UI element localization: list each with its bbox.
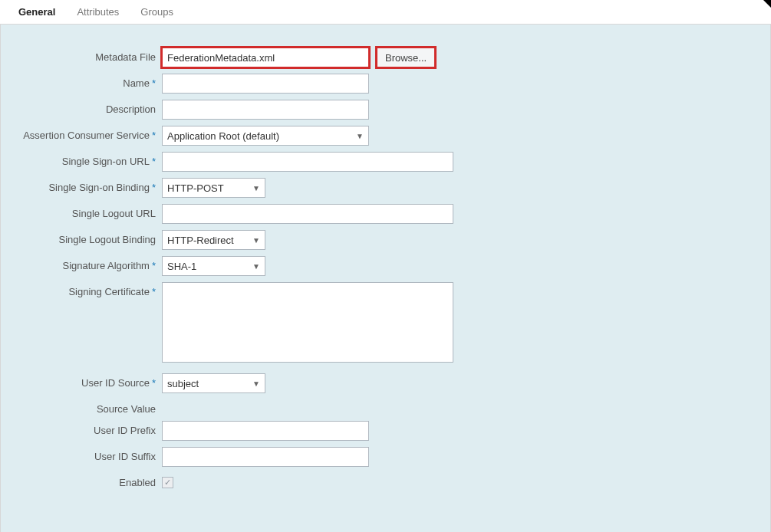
row-sso-url: Single Sign-on URL* — [16, 152, 755, 172]
general-panel: Metadata File Browse... Name* Descriptio… — [0, 25, 771, 532]
sig-alg-value: SHA-1 — [167, 261, 196, 272]
row-acs: Assertion Consumer Service* Application … — [16, 126, 755, 146]
user-id-suffix-input[interactable] — [162, 447, 369, 467]
label-slo-url: Single Logout URL — [16, 204, 162, 219]
row-slo-binding: Single Logout Binding HTTP-Redirect ▼ — [16, 230, 755, 250]
tab-attributes[interactable]: Attributes — [66, 0, 130, 25]
label-sig-alg: Signature Algorithm* — [16, 256, 162, 271]
sso-binding-value: HTTP-POST — [167, 182, 224, 194]
label-sso-url: Single Sign-on URL* — [16, 152, 162, 167]
label-description: Description — [16, 100, 162, 115]
row-user-id-prefix: User ID Prefix — [16, 421, 755, 441]
row-metadata-file: Metadata File Browse... — [16, 48, 755, 67]
name-input[interactable] — [162, 74, 369, 94]
row-source-value: Source Value — [16, 399, 755, 415]
chevron-down-icon: ▼ — [252, 184, 260, 192]
slo-url-input[interactable] — [162, 204, 453, 224]
label-user-id-source: User ID Source* — [16, 373, 162, 389]
row-slo-url: Single Logout URL — [16, 204, 755, 224]
tab-bar: General Attributes Groups — [0, 0, 771, 25]
row-enabled: Enabled ✓ — [16, 473, 755, 488]
acs-select[interactable]: Application Root (default) ▼ — [162, 126, 369, 146]
label-name: Name* — [16, 74, 162, 89]
label-signing-cert: Signing Certificate* — [16, 282, 162, 297]
row-user-id-suffix: User ID Suffix — [16, 447, 755, 467]
row-sso-binding: Single Sign-on Binding* HTTP-POST ▼ — [16, 178, 755, 198]
tab-general[interactable]: General — [8, 0, 66, 25]
chevron-down-icon: ▼ — [252, 262, 260, 271]
description-input[interactable] — [162, 100, 369, 120]
page: General Attributes Groups Metadata File … — [0, 0, 771, 532]
label-sso-binding: Single Sign-on Binding* — [16, 178, 162, 193]
row-name: Name* — [16, 74, 755, 94]
label-enabled: Enabled — [16, 473, 162, 488]
checkmark-icon: ✓ — [164, 478, 171, 488]
slo-binding-value: HTTP-Redirect — [167, 235, 234, 246]
row-user-id-source: User ID Source* subject ▼ — [16, 373, 755, 393]
label-slo-binding: Single Logout Binding — [16, 230, 162, 245]
user-id-source-select[interactable]: subject ▼ — [162, 373, 265, 393]
signing-cert-textarea[interactable] — [162, 282, 453, 363]
slo-binding-select[interactable]: HTTP-Redirect ▼ — [162, 230, 265, 250]
browse-button[interactable]: Browse... — [377, 48, 435, 67]
chevron-down-icon: ▼ — [252, 379, 260, 388]
chevron-down-icon: ▼ — [252, 236, 260, 245]
label-user-id-suffix: User ID Suffix — [16, 447, 162, 462]
user-id-prefix-input[interactable] — [162, 421, 369, 441]
row-signing-cert: Signing Certificate* — [16, 282, 755, 363]
row-description: Description — [16, 100, 755, 120]
label-metadata-file: Metadata File — [16, 48, 162, 63]
sso-url-input[interactable] — [162, 152, 453, 172]
label-source-value: Source Value — [16, 399, 162, 415]
label-user-id-prefix: User ID Prefix — [16, 421, 162, 436]
row-sig-alg: Signature Algorithm* SHA-1 ▼ — [16, 256, 755, 276]
sso-binding-select[interactable]: HTTP-POST ▼ — [162, 178, 265, 198]
tab-groups[interactable]: Groups — [130, 0, 184, 25]
sig-alg-select[interactable]: SHA-1 ▼ — [162, 256, 265, 276]
metadata-file-input[interactable] — [162, 48, 369, 67]
acs-select-value: Application Root (default) — [167, 130, 279, 142]
enabled-checkbox[interactable]: ✓ — [162, 477, 173, 488]
user-id-source-value: subject — [167, 378, 199, 389]
label-acs: Assertion Consumer Service* — [16, 126, 162, 141]
chevron-down-icon: ▼ — [356, 132, 364, 140]
